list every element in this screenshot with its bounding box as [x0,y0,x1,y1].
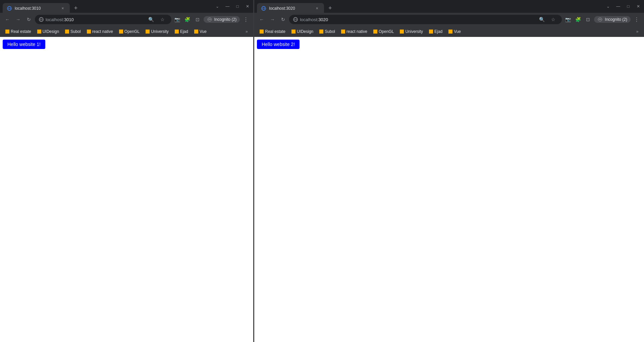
screenshot-icon-left[interactable]: 📷 [173,15,182,24]
bookmark-icon-ejad-left [175,30,179,34]
address-bar-right[interactable]: localhost:3020 🔍 ☆ [289,15,562,24]
bookmarks-more-right[interactable]: » [633,28,641,36]
search-icon-left[interactable]: 🔍 [147,15,156,24]
tab-search-icon-left[interactable]: ⌄ [214,3,220,9]
svg-point-14 [599,19,600,20]
bookmark-icon-university-right [400,30,404,34]
star-icon-right[interactable]: ☆ [548,15,558,24]
bookmark-icon-react-native-left [87,30,91,34]
svg-point-6 [209,19,209,20]
bookmark-label-react-native-left: react native [92,29,113,34]
svg-point-7 [210,19,211,20]
forward-btn-right[interactable]: → [268,15,277,24]
bookmark-opengl-left[interactable]: OpenGL [116,28,142,35]
reload-btn-right[interactable]: ↻ [278,15,288,24]
address-port-right: :3020 [317,17,328,22]
tab-area-left: localhost:3010 × + [0,0,212,13]
bookmark-label-university-left: University [151,29,169,34]
bookmarks-more-left[interactable]: » [243,28,251,36]
bookmark-real-estate-right[interactable]: Real estate [257,28,288,35]
incognito-badge-right[interactable]: Incognito (2) [594,16,631,23]
tab-favicon-right [261,6,266,11]
bookmark-icon-opengl-left [119,30,123,34]
maximize-btn-left[interactable]: □ [234,3,240,9]
star-icon-left[interactable]: ☆ [158,15,167,24]
back-btn-right[interactable]: ← [257,15,266,24]
page-content-right: Hello website 2! [254,37,644,342]
incognito-icon-left [207,17,212,22]
svg-point-15 [600,19,601,20]
bookmark-icon-uidesign-right [291,30,296,34]
bookmark-icon-subol-left [65,30,69,34]
lock-icon-left [39,17,44,22]
bookmark-university-right[interactable]: University [397,28,426,35]
bookmark-ejad-left[interactable]: Ejad [172,28,191,35]
bookmark-icon-vue-left [194,30,198,34]
bookmark-uidesign-left[interactable]: UIDesign [35,28,62,35]
screenshot-icon-right[interactable]: 📷 [563,15,573,24]
hello-button-right[interactable]: Hello website 2! [257,40,300,49]
bookmark-icon-ejad-right [429,30,433,34]
extensions-icon-left[interactable]: 🧩 [183,15,192,24]
close-btn-right[interactable]: ✕ [635,3,641,9]
bookmark-react-native-left[interactable]: react native [84,28,116,35]
new-tab-btn-left[interactable]: + [71,3,80,13]
bookmark-university-left[interactable]: University [143,28,171,35]
bookmark-uidesign-right[interactable]: UIDesign [289,28,316,35]
address-protocol-right: localhost [300,17,317,22]
minimize-btn-left[interactable]: — [224,3,230,9]
bookmark-opengl-right[interactable]: OpenGL [371,28,396,35]
bookmarks-bar-left: Real estate UIDesign Subol react native … [0,26,253,37]
bookmark-subol-left[interactable]: Subol [62,28,84,35]
tab-close-right[interactable]: × [314,5,320,11]
incognito-badge-left[interactable]: Incognito (2) [204,16,240,23]
bookmark-icon-university-left [146,30,150,34]
bookmark-label-uidesign-right: UIDesign [297,29,313,34]
bookmark-subol-right[interactable]: Subol [317,28,338,35]
hello-button-left[interactable]: Hello website 1! [3,40,45,49]
bookmark-react-native-right[interactable]: react native [338,28,370,35]
address-protocol-left: localhost [46,17,63,22]
reload-btn-left[interactable]: ↻ [24,15,34,24]
menu-btn-left[interactable]: ⋮ [241,15,251,24]
new-tab-btn-right[interactable]: + [325,3,335,13]
bookmark-label-ejad-right: Ejad [434,29,442,34]
active-tab-left[interactable]: localhost:3010 × [3,3,70,13]
maximize-btn-right[interactable]: □ [625,3,631,9]
tab-favicon-left [7,6,12,11]
bookmark-label-opengl-right: OpenGL [379,29,394,34]
extensions-icon-right[interactable]: 🧩 [573,15,583,24]
bookmarks-bar-right: Real estate UIDesign Subol react native … [254,26,644,37]
close-btn-left[interactable]: ✕ [245,3,251,9]
incognito-label-left: Incognito (2) [214,17,237,22]
tab-area-right: localhost:3020 × + [254,0,602,13]
bookmark-vue-right[interactable]: Vue [446,28,464,35]
tab-title-right: localhost:3020 [269,6,311,11]
active-tab-right[interactable]: localhost:3020 × [257,3,324,13]
bookmark-vue-left[interactable]: Vue [192,28,209,35]
search-icon-right[interactable]: 🔍 [537,15,546,24]
bookmark-label-real-estate-right: Real estate [265,29,285,34]
bookmark-real-estate-left[interactable]: Real estate [3,28,34,35]
bookmark-icon-subol-right [319,30,323,34]
forward-btn-left[interactable]: → [13,15,23,24]
back-btn-left[interactable]: ← [3,15,12,24]
bookmark-icon-vue-right [448,30,452,34]
minimize-btn-right[interactable]: — [615,3,621,9]
tab-search-icon-right[interactable]: ⌄ [605,3,611,9]
bookmark-label-uidesign-left: UIDesign [43,29,59,34]
title-bar-right: localhost:3020 × + ⌄ — □ ✕ [254,0,644,13]
menu-btn-right[interactable]: ⋮ [632,15,641,24]
splitview-icon-left[interactable]: ⊡ [193,15,202,24]
address-bar-left[interactable]: localhost:3010 🔍 ☆ [35,15,171,24]
toolbar-actions-right: 📷 🧩 ⊡ [563,15,593,24]
incognito-icon-right [597,17,603,22]
bookmark-label-opengl-left: OpenGL [124,29,140,34]
bookmark-ejad-right[interactable]: Ejad [426,28,445,35]
window-controls-left: ⌄ — □ ✕ [212,3,251,9]
toolbar-right: ← → ↻ localhost:3020 🔍 ☆ 📷 🧩 ⊡ [254,13,644,26]
bookmark-label-ejad-left: Ejad [180,29,188,34]
splitview-icon-right[interactable]: ⊡ [583,15,593,24]
tab-close-left[interactable]: × [60,5,66,11]
page-content-left: Hello website 1! [0,37,253,342]
